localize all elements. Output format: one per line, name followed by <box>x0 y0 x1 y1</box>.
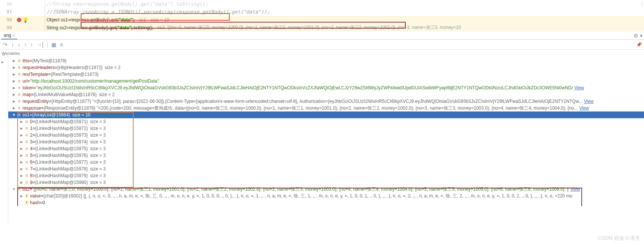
step-over-icon[interactable]: ↷ <box>3 42 8 48</box>
chevron-right-icon[interactable]: ▶ <box>19 160 24 164</box>
code-text: //JSONArray jsonArray = JSONUtil.parseAr… <box>47 9 270 15</box>
var-row[interactable]: ▶8 = {LinkedHashMap@15979}size = 3 <box>8 172 644 179</box>
chevron-right-icon[interactable]: ▶ <box>11 59 17 63</box>
var-row[interactable]: ▶0 = {LinkedHashMap@15971}size = 3 <box>8 118 644 125</box>
chevron-right-icon[interactable]: ▶ <box>11 72 17 76</box>
evaluate-icon[interactable]: ▦ <box>51 42 56 48</box>
step-into-icon[interactable]: ↓ <box>11 42 14 48</box>
var-row[interactable]: ▶1 = {LinkedHashMap@15972}size = 3 <box>8 125 644 132</box>
chevron-right-icon[interactable]: ▶ <box>11 66 17 69</box>
line-number: 97 <box>0 9 15 15</box>
line-number: 96 <box>0 2 15 7</box>
code-text: Object ss1=response.getBody().get("data"… <box>47 17 169 23</box>
var-row[interactable]: ▶6 = {LinkedHashMap@15977}size = 3 <box>8 159 644 166</box>
chevron-down-icon[interactable]: ▼ <box>11 187 17 191</box>
var-row[interactable]: ▶9 = {LinkedHashMap@15980}size = 3 <box>8 179 644 186</box>
tab-item[interactable]: ang × <box>2 32 17 39</box>
view-link[interactable]: View <box>570 187 580 192</box>
chevron-right-icon[interactable]: ▶ <box>19 133 24 137</box>
object-icon <box>17 112 22 117</box>
debug-toolbar: ↷ ↓ ↓ ↑ ↑ →| ▦ ≡ 📌 <box>0 40 644 50</box>
object-icon <box>24 146 29 151</box>
code-text: //String res=response.getBody().get("dat… <box>47 1 208 7</box>
chevron-right-icon[interactable]: ▶ <box>19 147 24 151</box>
chevron-right-icon[interactable]: ▶ <box>11 93 17 96</box>
code-editor[interactable]: 96 //String res=response.getBody().get("… <box>0 0 644 32</box>
restore-icon[interactable]: ↻ <box>2 52 6 57</box>
var-row[interactable]: hash = 0 <box>8 199 644 206</box>
view-link[interactable]: View <box>584 99 594 104</box>
gear-icon[interactable]: ⚙ ▾ <box>633 33 642 39</box>
force-step-into-icon[interactable]: ↓ <box>18 42 20 48</box>
trace-icon[interactable]: ≡ <box>60 42 63 48</box>
object-icon <box>17 85 22 90</box>
object-icon <box>17 58 22 63</box>
object-icon <box>24 133 29 138</box>
bulb-icon[interactable]: 💡 <box>22 17 29 23</box>
expand-icon[interactable]: ▸ <box>2 59 6 65</box>
var-row[interactable]: ▶this = {MyTest@11879} <box>8 57 644 64</box>
debug-tabs: ang × ⚙ ▾ <box>0 32 644 40</box>
code-text: String ss2=response.getBody().get("data"… <box>47 24 461 31</box>
object-icon <box>17 72 22 77</box>
var-row[interactable]: ▶3 = {LinkedHashMap@15974}size = 3 <box>8 139 644 145</box>
breakpoint-icon[interactable] <box>17 18 21 22</box>
variables-header: Variables <box>0 50 644 57</box>
var-row[interactable]: ▶5 = {LinkedHashMap@15976}size = 3 <box>8 152 644 159</box>
object-icon <box>24 160 29 165</box>
chevron-right-icon[interactable]: ▶ <box>11 106 17 110</box>
step-out-icon[interactable]: ↑ <box>24 42 27 48</box>
line-number: 98 <box>0 17 15 23</box>
object-icon <box>24 173 29 178</box>
drop-frame-icon[interactable]: ↑ <box>30 42 33 48</box>
var-row[interactable]: ▶map = {LinkedMultiValueMap@11876}size =… <box>8 91 644 98</box>
object-icon <box>17 99 22 104</box>
chevron-right-icon[interactable]: ▶ <box>19 154 24 157</box>
close-icon[interactable]: × <box>13 33 15 38</box>
chevron-right-icon[interactable]: ▶ <box>19 140 24 144</box>
var-row[interactable]: ▶url = "http://localhost:10002/csm/custo… <box>8 78 644 84</box>
field-icon <box>24 200 29 205</box>
chevron-right-icon[interactable]: ▶ <box>19 120 24 124</box>
chevron-right-icon[interactable]: ▶ <box>19 181 24 184</box>
chevron-right-icon[interactable]: ▶ <box>11 79 17 83</box>
var-row[interactable]: ▶response = {ResponseEntity@11878} "<200… <box>8 105 644 111</box>
var-row[interactable]: ▶requestHeaders = {HttpHeaders@11872}siz… <box>8 64 644 71</box>
var-row[interactable]: ▶value = {char[320]@16002} [[, {, n, o, … <box>8 193 644 199</box>
view-link[interactable]: View <box>574 85 584 90</box>
chevron-down-icon[interactable]: ▼ <box>11 113 17 117</box>
object-icon <box>24 180 29 185</box>
chevron-right-icon[interactable]: ▶ <box>19 174 24 178</box>
var-row[interactable]: ▶7 = {LinkedHashMap@15978}size = 3 <box>8 166 644 172</box>
object-icon <box>24 139 29 145</box>
line-number: 99 <box>0 25 15 30</box>
watermark: CSDN @金斗潼关 <box>597 235 640 242</box>
var-row-selected[interactable]: ▼ss1 = {ArrayList@15964}size = 10 <box>8 111 644 118</box>
view-link[interactable]: View <box>579 105 589 111</box>
object-icon <box>17 187 22 192</box>
run-to-cursor-icon[interactable]: →| <box>37 42 44 48</box>
object-icon <box>24 166 29 172</box>
object-icon <box>17 92 22 97</box>
object-icon <box>24 119 29 124</box>
var-row[interactable]: ▶token = "eyJhbGciOiJSUzI1NiIsInR5cCI6Ik… <box>8 84 644 91</box>
tab-label: ang <box>4 33 11 38</box>
pin-icon[interactable]: 📌 <box>636 42 642 47</box>
chevron-right-icon[interactable]: ▶ <box>19 127 24 130</box>
chevron-right-icon[interactable]: ▶ <box>11 86 17 90</box>
fold-icon[interactable]: ⟩ <box>641 2 642 6</box>
field-icon <box>24 193 29 199</box>
chevron-right-icon[interactable]: ▶ <box>11 99 17 103</box>
var-row[interactable]: ▶requestEntity = {HttpEntity@11877} "<{f… <box>8 98 644 105</box>
var-row[interactable]: ▶restTemplate = {RestTemplate@11873} <box>8 71 644 78</box>
var-row[interactable]: ▼ss2 = "[{no=0, name=张三0, money=1000.0},… <box>8 186 644 193</box>
chevron-right-icon[interactable]: ▶ <box>19 194 24 198</box>
object-icon <box>24 126 29 131</box>
var-row[interactable]: ▶2 = {LinkedHashMap@15973}size = 3 <box>8 132 644 139</box>
object-icon <box>17 78 22 84</box>
var-row[interactable]: ▶4 = {LinkedHashMap@15975}size = 3 <box>8 145 644 152</box>
object-icon <box>17 105 22 111</box>
chevron-right-icon[interactable]: ▶ <box>19 167 24 171</box>
variables-panel[interactable]: ▶this = {MyTest@11879} ▶requestHeaders =… <box>8 57 644 206</box>
left-gutter: ↻ ▸ <box>0 50 8 222</box>
